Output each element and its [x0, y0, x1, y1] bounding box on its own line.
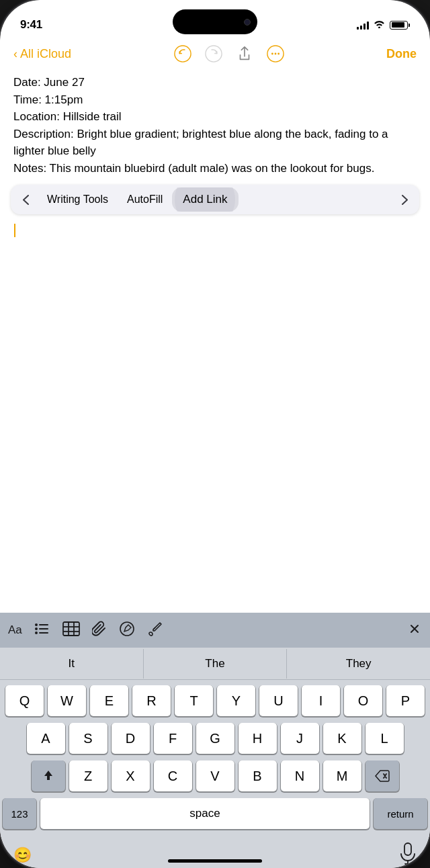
key-Q[interactable]: Q	[5, 685, 44, 716]
done-button[interactable]: Done	[386, 47, 417, 61]
redo-button[interactable]	[203, 43, 224, 64]
keyboard-table-icon[interactable]	[62, 621, 80, 639]
key-H[interactable]: H	[239, 723, 277, 754]
note-line-location: Location: Hillside trail	[13, 108, 417, 126]
note-text: Date: June 27 Time: 1:15pm Location: Hil…	[13, 74, 417, 177]
svg-point-0	[174, 46, 190, 62]
predictive-item-1[interactable]: The	[144, 649, 288, 679]
key-W[interactable]: W	[48, 685, 86, 716]
status-time: 9:41	[20, 18, 42, 32]
key-F[interactable]: F	[154, 723, 192, 754]
toolbar-items: Writing Tools AutoFill Add Link	[38, 187, 392, 212]
note-line-description: Description: Bright blue gradient; brigh…	[13, 126, 417, 160]
key-A[interactable]: A	[27, 723, 65, 754]
nav-icons	[172, 43, 286, 64]
cursor-area	[0, 214, 430, 238]
predictive-bar: It The They	[0, 648, 430, 680]
key-J[interactable]: J	[281, 723, 319, 754]
toolbar-item-writing-tools[interactable]: Writing Tools	[38, 188, 118, 211]
key-T[interactable]: T	[175, 685, 213, 716]
key-C[interactable]: C	[154, 761, 192, 791]
toolbar-prev-button[interactable]	[13, 186, 38, 213]
delete-key[interactable]	[366, 761, 399, 791]
predictive-item-2[interactable]: They	[287, 649, 430, 679]
key-E[interactable]: E	[90, 685, 128, 716]
svg-point-4	[274, 53, 276, 55]
svg-rect-9	[39, 628, 48, 630]
note-line-time: Time: 1:15pm	[13, 91, 417, 109]
key-N[interactable]: N	[281, 761, 319, 791]
back-arrow-icon: ‹	[13, 47, 17, 61]
key-K[interactable]: K	[323, 723, 361, 754]
keyboard-area: Aa	[0, 613, 430, 868]
battery-icon	[390, 21, 410, 30]
phone-frame: 9:41	[0, 0, 430, 868]
keyboard-attachment-icon[interactable]	[92, 621, 107, 640]
add-link-label: Add Link	[172, 187, 238, 212]
status-icons	[357, 19, 410, 30]
svg-point-10	[35, 632, 38, 634]
svg-rect-19	[404, 843, 411, 855]
dynamic-island	[173, 9, 257, 34]
key-S[interactable]: S	[69, 723, 108, 754]
svg-point-17	[120, 622, 134, 636]
svg-point-3	[271, 53, 273, 55]
home-indicator	[168, 859, 262, 863]
emoji-button[interactable]: 😊	[13, 847, 32, 864]
note-line-notes: Notes: This mountain bluebird (adult mal…	[13, 160, 417, 177]
svg-rect-12	[63, 622, 79, 636]
svg-point-6	[35, 623, 38, 626]
key-row-2: A S D F G H J K L	[3, 723, 427, 754]
key-M[interactable]: M	[323, 761, 361, 791]
keyboard-font-button[interactable]: Aa	[8, 623, 22, 637]
space-key[interactable]: space	[40, 798, 370, 829]
svg-rect-11	[39, 632, 48, 634]
text-cursor	[14, 224, 15, 237]
key-P[interactable]: P	[386, 685, 425, 716]
wifi-icon	[374, 19, 385, 30]
nav-bar: ‹ All iCloud	[0, 40, 430, 70]
more-button[interactable]	[265, 43, 286, 64]
back-label: All iCloud	[20, 47, 71, 61]
undo-button[interactable]	[172, 43, 194, 64]
keyboard-toolbar: Aa	[0, 613, 430, 648]
nav-back-button[interactable]: ‹ All iCloud	[13, 47, 71, 61]
key-D[interactable]: D	[112, 723, 150, 754]
keyboard-brush-icon[interactable]	[147, 621, 163, 640]
return-key[interactable]: return	[374, 798, 427, 829]
key-row-3: Z X C V B N M	[3, 761, 427, 791]
key-row-bottom: 123 space return	[3, 798, 427, 829]
key-X[interactable]: X	[112, 761, 150, 791]
writing-toolbar: Writing Tools AutoFill Add Link	[11, 185, 419, 214]
phone-screen: 9:41	[0, 0, 430, 868]
predictive-item-0[interactable]: It	[0, 649, 144, 679]
key-B[interactable]: B	[239, 761, 277, 791]
toolbar-item-add-link[interactable]: Add Link	[172, 187, 238, 212]
keyboard-rows: Q W E R T Y U I O P A S	[0, 680, 430, 838]
note-line-date: Date: June 27	[13, 74, 417, 91]
shift-key[interactable]	[32, 761, 65, 791]
bottom-bar: 😊	[0, 838, 430, 868]
key-L[interactable]: L	[366, 723, 404, 754]
keyboard-close-icon[interactable]	[407, 621, 422, 639]
key-row-1: Q W E R T Y U I O P	[3, 685, 427, 716]
toolbar-item-autofill[interactable]: AutoFill	[118, 188, 172, 211]
signal-icon	[357, 21, 369, 30]
toolbar-next-button[interactable]	[392, 186, 417, 213]
num-key[interactable]: 123	[3, 798, 36, 829]
key-R[interactable]: R	[132, 685, 171, 716]
key-I[interactable]: I	[302, 685, 340, 716]
svg-point-1	[205, 46, 221, 62]
key-U[interactable]: U	[259, 685, 298, 716]
key-Y[interactable]: Y	[217, 685, 255, 716]
key-Z[interactable]: Z	[69, 761, 108, 791]
key-V[interactable]: V	[196, 761, 234, 791]
share-button[interactable]	[234, 43, 255, 64]
svg-rect-7	[39, 624, 48, 625]
keyboard-markup-icon[interactable]	[119, 621, 135, 640]
key-O[interactable]: O	[344, 685, 382, 716]
keyboard-list-icon[interactable]	[34, 621, 50, 639]
svg-point-8	[35, 627, 38, 630]
key-G[interactable]: G	[196, 723, 234, 754]
mic-button[interactable]	[399, 842, 417, 868]
